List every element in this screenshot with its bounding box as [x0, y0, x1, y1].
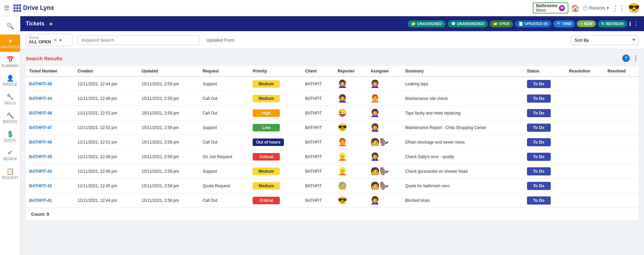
ticket-link[interactable]: BATHFIT-44 — [29, 96, 52, 101]
refresh-icon: ↻ — [601, 22, 604, 26]
sidebar-item-service[interactable]: 🔨 SERVICE — [0, 109, 20, 126]
brand-box[interactable]: Bathrooms Direct M — [533, 2, 568, 13]
assignee-avatar: 👩‍🦱 — [370, 152, 379, 161]
user-avatar[interactable]: 😎 — [628, 2, 640, 14]
open-label: OPEN — [499, 22, 510, 26]
cell-client: BATHFIT — [302, 150, 334, 164]
new-button[interactable]: + NEW — [577, 20, 596, 27]
new-icon: + — [580, 22, 582, 26]
cell-reporter: 🧑‍🦰 — [334, 135, 367, 150]
ticket-star-icon[interactable]: ★ — [48, 21, 53, 27]
table-row: BATHFIT-41 11/11/2021, 12:44 pm 15/11/20… — [26, 193, 639, 208]
sidebar-item-planning[interactable]: 📅 PLANNING — [0, 53, 20, 70]
updated-from-label: Updated From — [206, 38, 234, 43]
request-icon: 📋 — [6, 168, 14, 175]
cell-ticket-id: BATHFIT-45 — [26, 150, 74, 164]
status-badge[interactable]: To Do — [527, 182, 551, 190]
cell-resolution — [566, 135, 604, 150]
status-badge[interactable]: To Do — [527, 109, 551, 117]
cell-updated: 15/11/2021, 2:59 pm — [138, 106, 199, 121]
cell-client: BATHFIT — [302, 179, 334, 193]
cell-reporter: 👩‍🦱 — [334, 77, 367, 91]
status-badge[interactable]: To Do — [527, 167, 551, 175]
cell-summary: Blocked drain — [402, 193, 524, 208]
cell-ticket-id: BATHFIT-42 — [26, 179, 74, 193]
sidebar-search-icon[interactable]: 🔍 — [3, 19, 17, 33]
help-button[interactable]: ? — [622, 55, 630, 62]
col-status: Status — [524, 66, 566, 77]
cell-reporter: 👱 — [334, 150, 367, 164]
find-icon: 🔍 — [557, 22, 562, 26]
refresh-button[interactable]: ↻ REFRESH — [598, 20, 627, 27]
cell-resolved — [604, 150, 639, 164]
cell-reporter: 👱 — [334, 164, 367, 179]
queue-dropdown-arrow[interactable]: ▾ — [59, 38, 62, 43]
cell-status: To Do — [524, 135, 566, 150]
queue-clear-button[interactable]: ✕ — [53, 37, 57, 43]
ticket-link[interactable]: BATHFIT-40 — [29, 82, 52, 86]
sidebar-item-skills[interactable]: 🔧 SKILLS — [0, 90, 20, 108]
cell-client: BATHFIT — [302, 106, 334, 121]
updated-button[interactable]: 📄 UPDATED (9) — [515, 20, 551, 27]
priority-badge: Critical — [253, 153, 280, 161]
ticket-link[interactable]: BATHFIT-48 — [29, 111, 52, 115]
unanswered-button[interactable]: 💬 UNANSWERED — [448, 20, 488, 27]
ticket-link[interactable]: BATHFIT-45 — [29, 154, 52, 159]
review-icon: ✔ — [7, 149, 13, 156]
table-row: BATHFIT-46 11/11/2021, 12:51 pm 15/11/20… — [26, 135, 639, 150]
ticket-link[interactable]: BATHFIT-41 — [29, 198, 52, 203]
hamburger-icon[interactable]: ☰ — [4, 4, 9, 12]
home-icon[interactable]: 🏠 — [571, 4, 580, 12]
cell-summary: Check Sally's reno - quality — [402, 150, 524, 164]
cell-status: To Do — [524, 179, 566, 193]
recents-button[interactable]: 🕐 Recents ▾ — [582, 5, 609, 10]
cell-resolved — [604, 164, 639, 179]
refresh-label: REFRESH — [606, 22, 624, 26]
col-updated: Updated — [138, 66, 199, 77]
sidebar-item-review[interactable]: ✔ REVIEW — [0, 146, 20, 164]
cell-created: 11/11/2021, 12:44 pm — [74, 193, 138, 208]
sort-by-select[interactable]: Sort By — [571, 35, 639, 45]
ticket-link[interactable]: BATHFIT-43 — [29, 169, 52, 174]
assignee-avatar: 👩‍🦱 — [370, 196, 379, 205]
unassigned-icon: 📁 — [411, 22, 416, 26]
search-results-title: Search Results — [26, 56, 62, 61]
cell-client: BATHFIT — [302, 77, 334, 91]
status-badge[interactable]: To Do — [527, 124, 551, 132]
table-row: BATHFIT-40 11/11/2021, 12:44 pm 15/11/20… — [26, 77, 639, 91]
cell-updated: 15/11/2021, 2:58 pm — [138, 179, 199, 193]
open-button[interactable]: 📂 OPEN — [490, 20, 513, 27]
status-badge[interactable]: To Do — [527, 196, 551, 205]
status-badge[interactable]: To Do — [527, 138, 551, 146]
section-title-row: Search Results ? ⋮ — [26, 55, 639, 62]
sidebar-label-review: REVIEW — [3, 157, 17, 161]
table-row: BATHFIT-47 11/11/2021, 12:52 pm 15/11/20… — [26, 121, 639, 135]
reporter-avatar: 😎 — [338, 196, 347, 205]
cell-resolved — [604, 179, 639, 193]
priority-badge: Low — [253, 124, 280, 131]
cell-priority: Medium — [249, 91, 302, 106]
apps-icon[interactable]: ⋮⋮ — [612, 4, 625, 12]
unassigned-button[interactable]: 📁 UNASSIGNED — [408, 20, 445, 27]
status-badge[interactable]: To Do — [527, 94, 551, 103]
reporter-avatar: 👱 — [338, 167, 347, 175]
ticket-link[interactable]: BATHFIT-42 — [29, 184, 52, 188]
status-badge[interactable]: To Do — [527, 80, 551, 88]
cell-ticket-id: BATHFIT-48 — [26, 106, 74, 121]
info-icon[interactable]: ℹ — [629, 21, 631, 27]
ticket-link[interactable]: BATHFIT-46 — [29, 140, 52, 145]
sidebar-item-request[interactable]: 📋 REQUEST — [0, 165, 20, 182]
sidebar-item-profile[interactable]: 👤 PROFILE — [0, 72, 20, 89]
section-more-options[interactable]: ⋮ — [632, 55, 639, 62]
find-button[interactable]: 🔍 FIND — [553, 20, 575, 27]
sidebar-item-favorites[interactable]: ★ FAVORITES — [0, 35, 20, 52]
sidebar-item-quote[interactable]: 💲 QUOTE — [0, 128, 20, 145]
assignee-avatar: 🧑‍🦰 — [370, 94, 379, 103]
queue-selector[interactable]: Queue ALL OPEN ✕ ▾ — [26, 34, 73, 46]
more-options-icon[interactable]: ⋮ — [633, 21, 639, 27]
cell-summary: Taps faulty and need replacing — [402, 106, 524, 121]
cell-request: Support — [199, 77, 250, 91]
keyword-search-input[interactable] — [77, 35, 199, 45]
status-badge[interactable]: To Do — [527, 153, 551, 161]
ticket-link[interactable]: BATHFIT-47 — [29, 125, 52, 130]
